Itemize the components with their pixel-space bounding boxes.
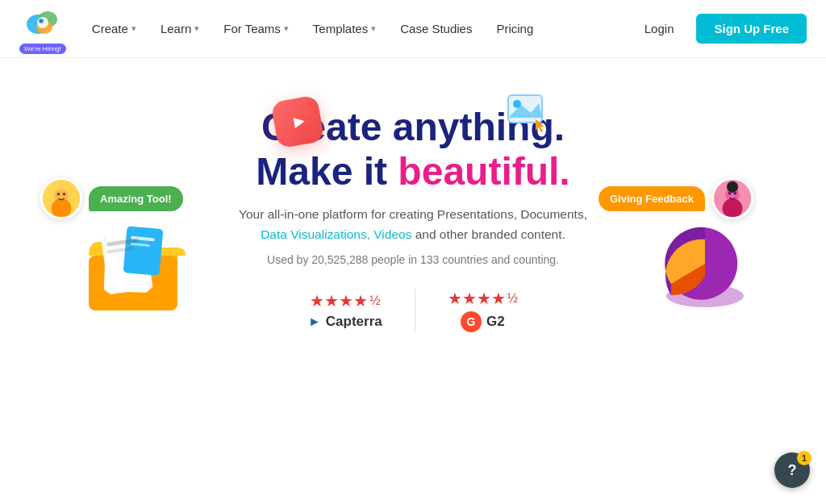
capterra-arrow-icon: ► xyxy=(308,314,321,329)
g2-badge: ★★★★ ½ G G2 xyxy=(415,289,550,332)
help-button[interactable]: ? 1 xyxy=(774,452,810,488)
hiring-badge: We're Hiring! xyxy=(19,44,66,54)
create-chevron-icon: ▾ xyxy=(131,23,136,34)
capterra-badge: ★★★★ ½ ► Capterra xyxy=(276,291,415,330)
svg-point-18 xyxy=(727,181,738,193)
play-triangle-icon: ► xyxy=(289,110,310,133)
nav-case-studies[interactable]: Case Studies xyxy=(389,0,483,58)
svg-point-14 xyxy=(63,193,66,196)
capterra-stars: ★★★★ ½ xyxy=(310,291,380,310)
logo-icon xyxy=(23,3,62,42)
hero-used-by: Used by 20,525,288 people in 133 countri… xyxy=(267,253,559,266)
giving-feedback-float: Giving Feedback xyxy=(599,177,753,219)
piechart-icon xyxy=(649,219,761,316)
templates-chevron-icon: ▾ xyxy=(371,23,376,34)
ratings-row: ★★★★ ½ ► Capterra ★★★★ ½ G G2 xyxy=(276,289,550,332)
hero-subtitle: Your all-in-one platform for creating Pr… xyxy=(239,205,587,245)
nav-create[interactable]: Create ▾ xyxy=(81,0,148,58)
login-button[interactable]: Login xyxy=(632,15,687,42)
svg-point-20 xyxy=(734,192,737,195)
logo-area: We're Hiring! xyxy=(19,3,66,54)
nav-pricing[interactable]: Pricing xyxy=(485,0,544,58)
svg-point-5 xyxy=(40,20,42,23)
learn-chevron-icon: ▾ xyxy=(194,23,199,34)
nav-links: Create ▾ Learn ▾ For Teams ▾ Templates ▾… xyxy=(81,0,632,58)
svg-point-13 xyxy=(57,193,60,196)
play-icon-float: ► xyxy=(274,98,321,145)
avatar-male xyxy=(40,177,82,219)
play-button-icon: ► xyxy=(270,94,324,148)
nav-learn[interactable]: Learn ▾ xyxy=(149,0,211,58)
capterra-brand: ► Capterra xyxy=(308,314,382,330)
svg-point-17 xyxy=(723,198,743,219)
navbar: We're Hiring! Create ▾ Learn ▾ For Teams… xyxy=(0,0,826,58)
amazing-bubble: Amazing Tool! xyxy=(89,186,183,211)
piechart-illustration xyxy=(649,219,761,316)
image-icon-float xyxy=(503,89,552,137)
folder-illustration xyxy=(81,211,210,316)
nav-for-teams[interactable]: For Teams ▾ xyxy=(212,0,300,58)
help-badge: 1 xyxy=(797,451,811,465)
svg-rect-26 xyxy=(123,226,164,276)
g2-brand: G G2 xyxy=(461,311,505,332)
image-frame-icon xyxy=(503,89,552,137)
svg-point-12 xyxy=(52,198,72,219)
nav-templates[interactable]: Templates ▾ xyxy=(302,0,387,58)
nav-right: Login Sign Up Free xyxy=(632,14,807,44)
hero-section: ► Amazing Tool! Giving Feed xyxy=(0,58,826,332)
avatar-female xyxy=(711,177,753,219)
g2-logo-icon: G xyxy=(461,311,482,332)
folder-icon xyxy=(81,211,210,316)
feedback-bubble: Giving Feedback xyxy=(599,186,705,211)
g2-stars: ★★★★ ½ xyxy=(448,289,518,308)
svg-point-19 xyxy=(728,192,732,195)
signup-button[interactable]: Sign Up Free xyxy=(696,14,807,44)
teams-chevron-icon: ▾ xyxy=(284,23,289,34)
